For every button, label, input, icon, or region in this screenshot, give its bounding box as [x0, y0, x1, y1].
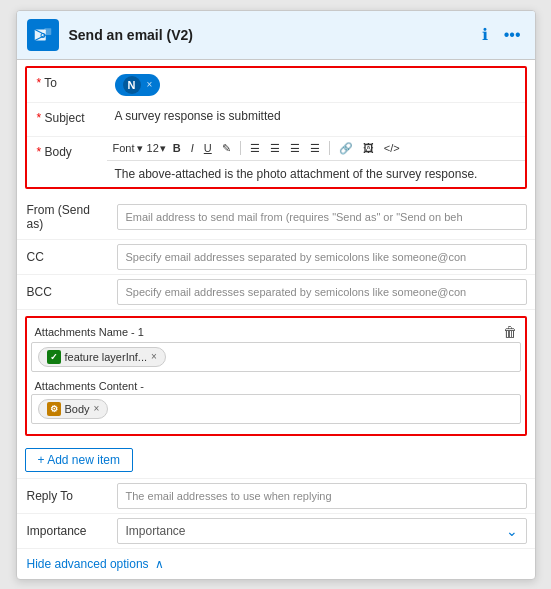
link-button[interactable]: 🔗: [336, 141, 356, 156]
bcc-label: BCC: [17, 277, 117, 307]
list3-button[interactable]: ☰: [287, 141, 303, 156]
body-text[interactable]: The above-attached is the photo attachme…: [107, 161, 525, 187]
body-value[interactable]: Font ▾ 12 ▾ B I U ✎ ☰ ☰ ☰ ☰: [107, 137, 525, 187]
body-row: * Body Font ▾ 12 ▾ B I U ✎ ☰: [27, 137, 525, 187]
attachment-content-chip-row[interactable]: ⚙ Body ×: [31, 394, 521, 424]
list1-button[interactable]: ☰: [247, 141, 263, 156]
outlook-icon: O: [27, 19, 59, 51]
bcc-row: BCC Specify email addresses separated by…: [17, 275, 535, 310]
email-card: O Send an email (V2) ℹ ••• * To N × * Su…: [16, 10, 536, 580]
card-title: Send an email (V2): [69, 27, 468, 43]
info-button[interactable]: ℹ: [478, 23, 492, 46]
italic-button[interactable]: I: [188, 141, 197, 155]
cc-input[interactable]: Specify email addresses separated by sem…: [117, 244, 527, 270]
reply-to-row: Reply To The email addresses to use when…: [17, 479, 535, 514]
reply-to-label: Reply To: [17, 481, 117, 511]
attachment-name-label: Attachments Name - 1 🗑: [31, 322, 521, 342]
attachment-name-chip[interactable]: ✓ feature layerInf... ×: [38, 347, 166, 367]
to-chip-close[interactable]: ×: [147, 79, 153, 90]
cc-label: CC: [17, 242, 117, 272]
svg-text:O: O: [40, 31, 46, 38]
add-item-row: + Add new item: [17, 442, 535, 479]
attachment-content-label: Attachments Content -: [31, 378, 521, 394]
attachment-content-chip[interactable]: ⚙ Body ×: [38, 399, 109, 419]
hide-advanced-section: Hide advanced options ∧: [17, 549, 535, 579]
header-actions: ℹ •••: [478, 23, 525, 46]
importance-label: Importance: [17, 516, 117, 546]
bold-button[interactable]: B: [170, 141, 184, 155]
chevron-down-icon: ⌄: [506, 523, 518, 539]
to-subject-body-section: * To N × * Subject A survey response is …: [25, 66, 527, 189]
image-button[interactable]: 🖼: [360, 141, 377, 155]
chevron-up-icon: ∧: [155, 557, 164, 571]
hide-advanced-link[interactable]: Hide advanced options: [27, 557, 149, 571]
more-button[interactable]: •••: [500, 24, 525, 46]
pen-button[interactable]: ✎: [219, 141, 234, 156]
from-input[interactable]: Email address to send mail from (require…: [117, 204, 527, 230]
toolbar-sep-1: [240, 141, 241, 155]
attachment-content-block: Attachments Content - ⚙ Body ×: [31, 378, 521, 424]
cc-row: CC Specify email addresses separated by …: [17, 240, 535, 275]
font-size-dropdown[interactable]: 12 ▾: [147, 142, 166, 155]
list2-button[interactable]: ☰: [267, 141, 283, 156]
to-value[interactable]: N ×: [107, 68, 525, 102]
to-label: * To: [27, 68, 107, 98]
reply-to-input[interactable]: The email addresses to use when replying: [117, 483, 527, 509]
importance-dropdown[interactable]: Importance ⌄: [117, 518, 527, 544]
card-header: O Send an email (V2) ℹ •••: [17, 11, 535, 60]
from-label: From (Send as): [17, 195, 117, 239]
chip-icon-orange: ⚙: [47, 402, 61, 416]
bcc-input[interactable]: Specify email addresses separated by sem…: [117, 279, 527, 305]
code-button[interactable]: </>: [381, 141, 403, 155]
attachment-name-block: Attachments Name - 1 🗑 ✓ feature layerIn…: [31, 322, 521, 372]
from-row: From (Send as) Email address to send mai…: [17, 195, 535, 240]
subject-value[interactable]: A survey response is submitted: [107, 103, 525, 129]
toolbar-sep-2: [329, 141, 330, 155]
chip-icon-green: ✓: [47, 350, 61, 364]
body-label: * Body: [27, 137, 107, 167]
font-dropdown[interactable]: Font ▾: [113, 142, 143, 155]
attachments-section: Attachments Name - 1 🗑 ✓ feature layerIn…: [25, 316, 527, 436]
to-chip-avatar: N: [123, 76, 141, 94]
add-item-button[interactable]: + Add new item: [25, 448, 133, 472]
underline-button[interactable]: U: [201, 141, 215, 155]
to-row: * To N ×: [27, 68, 525, 103]
delete-attachment-icon[interactable]: 🗑: [503, 324, 517, 340]
to-chip[interactable]: N ×: [115, 74, 161, 96]
chip-close-name[interactable]: ×: [151, 351, 157, 362]
chip-close-content[interactable]: ×: [94, 403, 100, 414]
subject-label: * Subject: [27, 103, 107, 133]
attachment-name-chip-row[interactable]: ✓ feature layerInf... ×: [31, 342, 521, 372]
subject-row: * Subject A survey response is submitted: [27, 103, 525, 137]
importance-row: Importance Importance ⌄: [17, 514, 535, 549]
body-toolbar: Font ▾ 12 ▾ B I U ✎ ☰ ☰ ☰ ☰: [107, 137, 525, 161]
list4-button[interactable]: ☰: [307, 141, 323, 156]
